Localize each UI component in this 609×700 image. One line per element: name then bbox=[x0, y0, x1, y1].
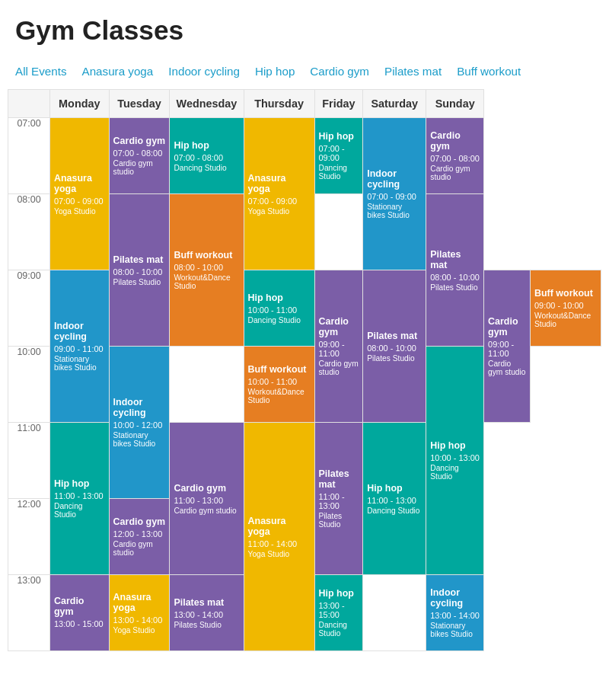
table-row: 07:00 Anasura yoga 07:00 - 09:00 Yoga St… bbox=[8, 118, 601, 194]
class-cell-sun-1300[interactable]: Indoor cycling 13:00 - 14:00 Stationary … bbox=[426, 575, 484, 651]
page-title: Gym Classes bbox=[0, 0, 609, 53]
class-cell-mon-1300[interactable]: Cardio gym 13:00 - 15:00 bbox=[50, 575, 110, 651]
time-label-1100: 11:00 bbox=[8, 423, 50, 499]
class-cell-fri-1100[interactable]: Pilates mat 11:00 - 13:00 Pilates Studio bbox=[314, 423, 363, 575]
tuesday-header: Tuesday bbox=[109, 90, 170, 118]
class-cell-tue-1000[interactable]: Indoor cycling 10:00 - 12:00 Stationary … bbox=[109, 347, 170, 499]
saturday-header: Saturday bbox=[363, 90, 426, 118]
time-label-1200: 12:00 bbox=[8, 499, 50, 575]
time-label-0800: 08:00 bbox=[8, 194, 50, 270]
table-row: 11:00 Hip hop 11:00 - 13:00 Dancing Stud… bbox=[8, 423, 601, 499]
schedule-wrapper: Monday Tuesday Wednesday Thursday Friday… bbox=[0, 89, 609, 651]
monday-header: Monday bbox=[50, 90, 110, 118]
wednesday-header: Wednesday bbox=[170, 90, 244, 118]
sunday-header: Sunday bbox=[426, 90, 484, 118]
class-cell-wed-0900[interactable]: Hip hop 10:00 - 11:00 Dancing Studio bbox=[244, 270, 314, 347]
class-cell-thu-0700[interactable]: Anasura yoga 07:00 - 09:00 Yoga Studio bbox=[244, 118, 314, 270]
table-row: 09:00 Indoor cycling 09:00 - 11:00 Stati… bbox=[8, 270, 601, 347]
class-cell-wed-1300[interactable]: Pilates mat 13:00 - 14:00 Pilates Studio bbox=[170, 575, 244, 651]
time-label-0900: 09:00 bbox=[8, 270, 50, 347]
class-cell-tue-1300[interactable]: Anasura yoga 13:00 - 14:00 Yoga Studio bbox=[109, 575, 170, 651]
class-cell-fri-0700[interactable]: Hip hop 07:00 - 09:00 Dancing Studio bbox=[314, 118, 363, 194]
class-cell-sun-0700[interactable]: Cardio gym 07:00 - 08:00 Cardio gym stud… bbox=[426, 118, 484, 194]
class-cell-tue-1200[interactable]: Cardio gym 12:00 - 13:00 Cardio gym stud… bbox=[109, 499, 170, 575]
time-label-0700: 07:00 bbox=[8, 118, 50, 194]
class-cell-mon-1100[interactable]: Hip hop 11:00 - 13:00 Dancing Studio bbox=[50, 423, 110, 575]
class-cell-wed-0800[interactable]: Buff workout 08:00 - 10:00 Workout&Dance… bbox=[170, 194, 244, 347]
filter-all-events[interactable]: All Events bbox=[15, 65, 67, 78]
class-cell-tue-0700[interactable]: Cardio gym 07:00 - 08:00 Cardio gym stud… bbox=[109, 118, 170, 194]
class-cell-sun-0900[interactable]: Buff workout 09:00 - 10:00 Workout&Dance… bbox=[530, 270, 601, 347]
class-cell-sat-0900[interactable]: Cardio gym 09:00 - 11:00 Cardio gym stud… bbox=[484, 270, 531, 423]
filter-hip-hop[interactable]: Hip hop bbox=[255, 65, 295, 78]
class-cell-sat-1300 bbox=[363, 575, 426, 651]
class-cell-sat-0700[interactable]: Indoor cycling 07:00 - 09:00 Stationary … bbox=[363, 118, 426, 270]
filter-bar: All Events Anasura yoga Indoor cycling H… bbox=[0, 53, 609, 89]
filter-anasura-yoga[interactable]: Anasura yoga bbox=[82, 65, 154, 78]
class-cell-mon-0900[interactable]: Indoor cycling 09:00 - 11:00 Stationary … bbox=[50, 270, 110, 423]
class-cell-tue-0800[interactable]: Pilates mat 08:00 - 10:00 Pilates Studio bbox=[109, 194, 170, 347]
class-cell-fri-1300[interactable]: Hip hop 13:00 - 15:00 Dancing Studio bbox=[314, 575, 363, 651]
class-cell-sun-1000[interactable]: Hip hop 10:00 - 13:00 Dancing Studio bbox=[426, 347, 484, 575]
class-cell-wed-0700[interactable]: Hip hop 07:00 - 08:00 Dancing Studio bbox=[170, 118, 244, 194]
class-cell-wed-1000 bbox=[170, 347, 244, 423]
class-cell-wed-1100[interactable]: Cardio gym 11:00 - 13:00 Cardio gym stud… bbox=[170, 423, 244, 575]
class-cell-fri-0800 bbox=[314, 194, 363, 270]
thursday-header: Thursday bbox=[244, 90, 314, 118]
class-cell-fri-1000[interactable]: Buff workout 10:00 - 11:00 Workout&Dance… bbox=[244, 347, 314, 423]
time-label-1000: 10:00 bbox=[8, 347, 50, 423]
time-label-1300: 13:00 bbox=[8, 575, 50, 651]
class-cell-mon-0700[interactable]: Anasura yoga 07:00 - 09:00 Yoga Studio bbox=[50, 118, 110, 270]
schedule-table: Monday Tuesday Wednesday Thursday Friday… bbox=[8, 89, 601, 651]
time-header bbox=[8, 90, 50, 118]
class-cell-thu-0900[interactable]: Cardio gym 09:00 - 11:00 Cardio gym stud… bbox=[314, 270, 363, 423]
friday-header: Friday bbox=[314, 90, 363, 118]
filter-indoor-cycling[interactable]: Indoor cycling bbox=[168, 65, 240, 78]
class-cell-thu-1100[interactable]: Anasura yoga 11:00 - 14:00 Yoga Studio bbox=[244, 423, 314, 651]
filter-buff-workout[interactable]: Buff workout bbox=[457, 65, 521, 78]
filter-cardio-gym[interactable]: Cardio gym bbox=[310, 65, 369, 78]
class-cell-fri-0900[interactable]: Pilates mat 08:00 - 10:00 Pilates Studio bbox=[363, 270, 426, 423]
filter-pilates-mat[interactable]: Pilates mat bbox=[384, 65, 442, 78]
class-cell-sat-1100[interactable]: Hip hop 11:00 - 13:00 Dancing Studio bbox=[363, 423, 426, 575]
class-cell-sun-0800[interactable]: Pilates mat 08:00 - 10:00 Pilates Studio bbox=[426, 194, 484, 347]
